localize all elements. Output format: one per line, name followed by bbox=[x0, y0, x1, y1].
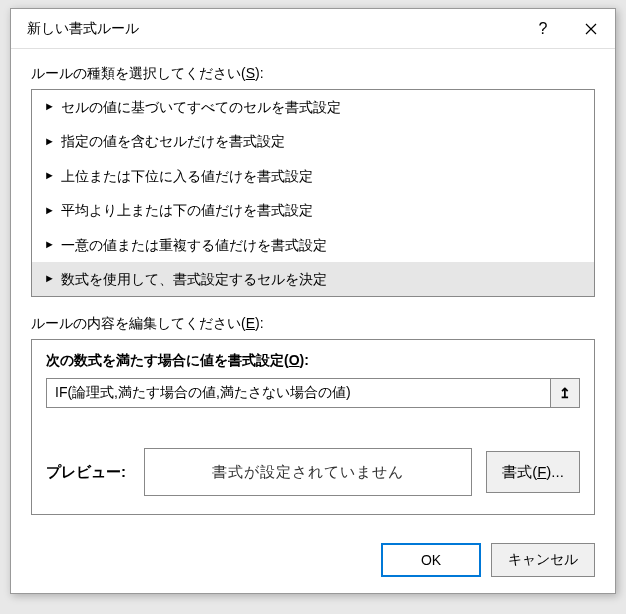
help-button[interactable]: ? bbox=[519, 9, 567, 49]
close-icon bbox=[585, 23, 597, 35]
preview-box: 書式が設定されていません bbox=[144, 448, 472, 496]
rule-type-list: ►セルの値に基づいてすべてのセルを書式設定►指定の値を含むセルだけを書式設定►上… bbox=[31, 89, 595, 297]
rule-edit-panel: 次の数式を満たす場合に値を書式設定(O): ↥ プレビュー: 書式が設定されてい… bbox=[31, 339, 595, 515]
dialog-button-row: OK キャンセル bbox=[11, 529, 615, 593]
cancel-button[interactable]: キャンセル bbox=[491, 543, 595, 577]
collapse-icon: ↥ bbox=[559, 385, 571, 401]
preview-label: プレビュー: bbox=[46, 463, 126, 482]
dialog-content: ルールの種類を選択してください(S): ►セルの値に基づいてすべてのセルを書式設… bbox=[11, 49, 615, 529]
rule-type-item[interactable]: ►平均より上または下の値だけを書式設定 bbox=[32, 193, 594, 227]
rule-type-label: 平均より上または下の値だけを書式設定 bbox=[61, 199, 313, 221]
format-button[interactable]: 書式(F)... bbox=[486, 451, 580, 493]
ok-button[interactable]: OK bbox=[381, 543, 481, 577]
rule-desc-label: ルールの内容を編集してください(E): bbox=[31, 315, 595, 333]
bullet-icon: ► bbox=[44, 202, 55, 220]
bullet-icon: ► bbox=[44, 98, 55, 116]
rule-type-item[interactable]: ►一意の値または重複する値だけを書式設定 bbox=[32, 228, 594, 262]
rule-type-label: ルールの種類を選択してください(S): bbox=[31, 65, 595, 83]
rule-type-item[interactable]: ►指定の値を含むセルだけを書式設定 bbox=[32, 124, 594, 158]
close-button[interactable] bbox=[567, 9, 615, 49]
formula-input[interactable] bbox=[46, 378, 550, 408]
preview-row: プレビュー: 書式が設定されていません 書式(F)... bbox=[46, 448, 580, 496]
formula-row: ↥ bbox=[46, 378, 580, 408]
bullet-icon: ► bbox=[44, 270, 55, 288]
bullet-icon: ► bbox=[44, 236, 55, 254]
rule-type-label: 一意の値または重複する値だけを書式設定 bbox=[61, 234, 327, 256]
collapse-dialog-button[interactable]: ↥ bbox=[550, 378, 580, 408]
rule-type-label: 上位または下位に入る値だけを書式設定 bbox=[61, 165, 313, 187]
titlebar: 新しい書式ルール ? bbox=[11, 9, 615, 49]
formula-label: 次の数式を満たす場合に値を書式設定(O): bbox=[46, 352, 580, 370]
rule-type-item[interactable]: ►上位または下位に入る値だけを書式設定 bbox=[32, 159, 594, 193]
dialog-title: 新しい書式ルール bbox=[27, 20, 519, 38]
bullet-icon: ► bbox=[44, 133, 55, 151]
rule-type-label: セルの値に基づいてすべてのセルを書式設定 bbox=[61, 96, 341, 118]
rule-type-label: 数式を使用して、書式設定するセルを決定 bbox=[61, 268, 327, 290]
new-formatting-rule-dialog: 新しい書式ルール ? ルールの種類を選択してください(S): ►セルの値に基づい… bbox=[10, 8, 616, 594]
rule-type-label: 指定の値を含むセルだけを書式設定 bbox=[61, 130, 285, 152]
rule-type-item[interactable]: ►セルの値に基づいてすべてのセルを書式設定 bbox=[32, 90, 594, 124]
rule-type-item[interactable]: ►数式を使用して、書式設定するセルを決定 bbox=[32, 262, 594, 296]
bullet-icon: ► bbox=[44, 167, 55, 185]
